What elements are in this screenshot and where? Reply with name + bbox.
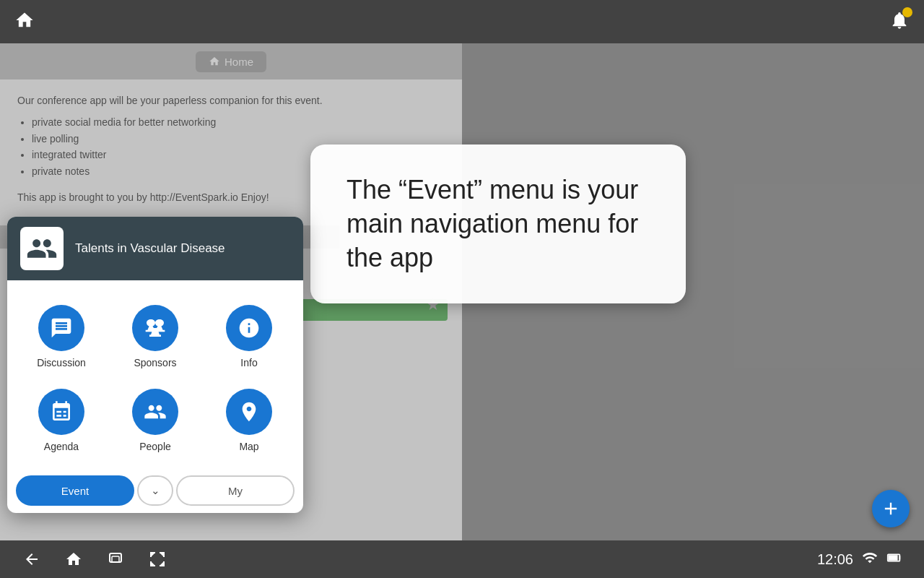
menu-item-sponsors[interactable]: Sponsors [108, 295, 202, 379]
battery-icon [886, 550, 902, 569]
map-label: Map [239, 441, 258, 452]
plus-button[interactable] [872, 490, 910, 527]
tab-event[interactable]: Event [16, 475, 134, 506]
menu-item-agenda[interactable]: Agenda [14, 379, 108, 462]
menu-tabs: Event ⌄ My [16, 475, 295, 506]
tab-my[interactable]: My [176, 475, 295, 506]
svg-rect-3 [889, 555, 898, 560]
menu-item-info[interactable]: Info [202, 295, 296, 379]
clock-display: 12:06 [817, 551, 853, 568]
sponsors-circle [132, 305, 178, 351]
wifi-icon [862, 550, 878, 569]
bottom-nav: 12:06 [0, 540, 924, 578]
sponsors-label: Sponsors [134, 357, 176, 368]
tooltip-text: The “Event” menu is your main navigation… [346, 173, 650, 275]
tab-chevron[interactable]: ⌄ [137, 475, 173, 506]
recents-icon[interactable] [105, 549, 126, 569]
system-nav-icons [22, 549, 167, 569]
agenda-label: Agenda [44, 441, 79, 452]
menu-item-discussion[interactable]: Discussion [14, 295, 108, 379]
bell-wrapper [889, 10, 910, 33]
svg-rect-1 [112, 556, 119, 562]
top-bar [0, 0, 924, 43]
people-circle [132, 389, 178, 435]
map-circle [226, 389, 272, 435]
info-label: Info [240, 357, 257, 368]
event-icon-box [20, 227, 64, 270]
people-label: People [139, 441, 171, 452]
notification-badge [902, 7, 912, 17]
home-icon[interactable] [14, 10, 35, 33]
home-nav-icon[interactable] [64, 549, 84, 569]
event-menu: Talents in Vascular Disease Discussion S… [7, 217, 303, 513]
menu-item-people[interactable]: People [108, 379, 202, 462]
screenshot-icon[interactable] [147, 549, 167, 569]
agenda-circle [38, 389, 84, 435]
time-area: 12:06 [817, 550, 902, 569]
menu-item-map[interactable]: Map [202, 379, 296, 462]
event-title: Talents in Vascular Disease [75, 241, 225, 256]
tooltip-bubble: The “Event” menu is your main navigation… [310, 144, 686, 303]
discussion-label: Discussion [37, 357, 86, 368]
menu-grid: Discussion Sponsors Info Agenda [7, 280, 303, 470]
discussion-circle [38, 305, 84, 351]
event-menu-header: Talents in Vascular Disease [7, 217, 303, 280]
info-circle [226, 305, 272, 351]
back-icon[interactable] [22, 549, 42, 569]
